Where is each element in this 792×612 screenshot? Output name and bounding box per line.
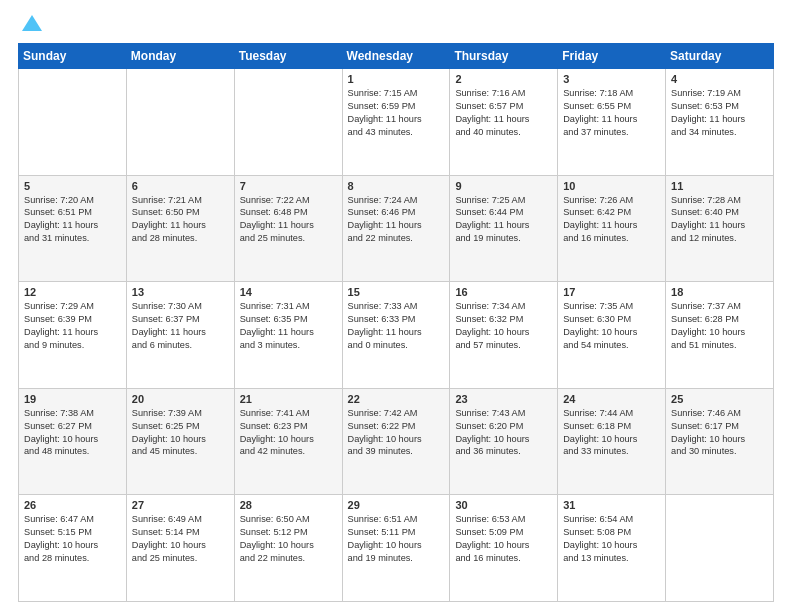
calendar-table: SundayMondayTuesdayWednesdayThursdayFrid… [18,43,774,602]
logo-triangle-icon [22,15,42,31]
day-number: 20 [132,393,229,405]
cell-daylight-info: Sunrise: 7:24 AM Sunset: 6:46 PM Dayligh… [348,194,445,246]
day-number: 12 [24,286,121,298]
day-number: 19 [24,393,121,405]
calendar-cell: 22Sunrise: 7:42 AM Sunset: 6:22 PM Dayli… [342,388,450,495]
day-number: 9 [455,180,552,192]
logo [18,15,42,33]
day-number: 21 [240,393,337,405]
day-number: 14 [240,286,337,298]
day-number: 18 [671,286,768,298]
page: SundayMondayTuesdayWednesdayThursdayFrid… [0,0,792,612]
calendar-cell [126,69,234,176]
weekday-header-monday: Monday [126,44,234,69]
weekday-header-row: SundayMondayTuesdayWednesdayThursdayFrid… [19,44,774,69]
day-number: 30 [455,499,552,511]
calendar-cell: 28Sunrise: 6:50 AM Sunset: 5:12 PM Dayli… [234,495,342,602]
cell-daylight-info: Sunrise: 7:42 AM Sunset: 6:22 PM Dayligh… [348,407,445,459]
calendar-cell: 9Sunrise: 7:25 AM Sunset: 6:44 PM Daylig… [450,175,558,282]
cell-daylight-info: Sunrise: 7:25 AM Sunset: 6:44 PM Dayligh… [455,194,552,246]
calendar-cell: 17Sunrise: 7:35 AM Sunset: 6:30 PM Dayli… [558,282,666,389]
cell-daylight-info: Sunrise: 7:34 AM Sunset: 6:32 PM Dayligh… [455,300,552,352]
day-number: 28 [240,499,337,511]
calendar-cell: 12Sunrise: 7:29 AM Sunset: 6:39 PM Dayli… [19,282,127,389]
weekday-header-wednesday: Wednesday [342,44,450,69]
week-row-4: 19Sunrise: 7:38 AM Sunset: 6:27 PM Dayli… [19,388,774,495]
day-number: 27 [132,499,229,511]
day-number: 13 [132,286,229,298]
cell-daylight-info: Sunrise: 7:46 AM Sunset: 6:17 PM Dayligh… [671,407,768,459]
calendar-cell: 6Sunrise: 7:21 AM Sunset: 6:50 PM Daylig… [126,175,234,282]
day-number: 25 [671,393,768,405]
weekday-header-sunday: Sunday [19,44,127,69]
day-number: 31 [563,499,660,511]
day-number: 16 [455,286,552,298]
cell-daylight-info: Sunrise: 6:51 AM Sunset: 5:11 PM Dayligh… [348,513,445,565]
day-number: 22 [348,393,445,405]
day-number: 5 [24,180,121,192]
calendar-cell: 21Sunrise: 7:41 AM Sunset: 6:23 PM Dayli… [234,388,342,495]
cell-daylight-info: Sunrise: 7:31 AM Sunset: 6:35 PM Dayligh… [240,300,337,352]
cell-daylight-info: Sunrise: 7:44 AM Sunset: 6:18 PM Dayligh… [563,407,660,459]
calendar-cell: 29Sunrise: 6:51 AM Sunset: 5:11 PM Dayli… [342,495,450,602]
day-number: 8 [348,180,445,192]
calendar-cell: 7Sunrise: 7:22 AM Sunset: 6:48 PM Daylig… [234,175,342,282]
week-row-1: 1Sunrise: 7:15 AM Sunset: 6:59 PM Daylig… [19,69,774,176]
calendar-cell [666,495,774,602]
cell-daylight-info: Sunrise: 7:19 AM Sunset: 6:53 PM Dayligh… [671,87,768,139]
day-number: 4 [671,73,768,85]
day-number: 26 [24,499,121,511]
cell-daylight-info: Sunrise: 6:49 AM Sunset: 5:14 PM Dayligh… [132,513,229,565]
calendar-cell: 15Sunrise: 7:33 AM Sunset: 6:33 PM Dayli… [342,282,450,389]
calendar-cell: 16Sunrise: 7:34 AM Sunset: 6:32 PM Dayli… [450,282,558,389]
calendar-cell: 14Sunrise: 7:31 AM Sunset: 6:35 PM Dayli… [234,282,342,389]
calendar-cell: 25Sunrise: 7:46 AM Sunset: 6:17 PM Dayli… [666,388,774,495]
cell-daylight-info: Sunrise: 7:39 AM Sunset: 6:25 PM Dayligh… [132,407,229,459]
calendar-cell: 4Sunrise: 7:19 AM Sunset: 6:53 PM Daylig… [666,69,774,176]
cell-daylight-info: Sunrise: 7:26 AM Sunset: 6:42 PM Dayligh… [563,194,660,246]
day-number: 29 [348,499,445,511]
cell-daylight-info: Sunrise: 7:20 AM Sunset: 6:51 PM Dayligh… [24,194,121,246]
cell-daylight-info: Sunrise: 7:22 AM Sunset: 6:48 PM Dayligh… [240,194,337,246]
weekday-header-thursday: Thursday [450,44,558,69]
calendar-cell: 30Sunrise: 6:53 AM Sunset: 5:09 PM Dayli… [450,495,558,602]
calendar-cell: 26Sunrise: 6:47 AM Sunset: 5:15 PM Dayli… [19,495,127,602]
weekday-header-friday: Friday [558,44,666,69]
day-number: 24 [563,393,660,405]
cell-daylight-info: Sunrise: 7:28 AM Sunset: 6:40 PM Dayligh… [671,194,768,246]
week-row-3: 12Sunrise: 7:29 AM Sunset: 6:39 PM Dayli… [19,282,774,389]
day-number: 3 [563,73,660,85]
calendar-cell: 1Sunrise: 7:15 AM Sunset: 6:59 PM Daylig… [342,69,450,176]
week-row-5: 26Sunrise: 6:47 AM Sunset: 5:15 PM Dayli… [19,495,774,602]
calendar-cell: 23Sunrise: 7:43 AM Sunset: 6:20 PM Dayli… [450,388,558,495]
calendar-cell: 2Sunrise: 7:16 AM Sunset: 6:57 PM Daylig… [450,69,558,176]
calendar-cell: 24Sunrise: 7:44 AM Sunset: 6:18 PM Dayli… [558,388,666,495]
week-row-2: 5Sunrise: 7:20 AM Sunset: 6:51 PM Daylig… [19,175,774,282]
calendar-cell: 18Sunrise: 7:37 AM Sunset: 6:28 PM Dayli… [666,282,774,389]
cell-daylight-info: Sunrise: 6:47 AM Sunset: 5:15 PM Dayligh… [24,513,121,565]
cell-daylight-info: Sunrise: 7:16 AM Sunset: 6:57 PM Dayligh… [455,87,552,139]
day-number: 10 [563,180,660,192]
header [18,15,774,33]
day-number: 15 [348,286,445,298]
calendar-cell: 8Sunrise: 7:24 AM Sunset: 6:46 PM Daylig… [342,175,450,282]
cell-daylight-info: Sunrise: 6:54 AM Sunset: 5:08 PM Dayligh… [563,513,660,565]
cell-daylight-info: Sunrise: 7:38 AM Sunset: 6:27 PM Dayligh… [24,407,121,459]
calendar-cell: 11Sunrise: 7:28 AM Sunset: 6:40 PM Dayli… [666,175,774,282]
calendar-cell: 19Sunrise: 7:38 AM Sunset: 6:27 PM Dayli… [19,388,127,495]
weekday-header-tuesday: Tuesday [234,44,342,69]
day-number: 6 [132,180,229,192]
calendar-cell: 10Sunrise: 7:26 AM Sunset: 6:42 PM Dayli… [558,175,666,282]
day-number: 11 [671,180,768,192]
calendar-cell [234,69,342,176]
calendar-cell: 31Sunrise: 6:54 AM Sunset: 5:08 PM Dayli… [558,495,666,602]
cell-daylight-info: Sunrise: 7:37 AM Sunset: 6:28 PM Dayligh… [671,300,768,352]
day-number: 1 [348,73,445,85]
cell-daylight-info: Sunrise: 7:18 AM Sunset: 6:55 PM Dayligh… [563,87,660,139]
calendar-cell [19,69,127,176]
day-number: 7 [240,180,337,192]
calendar-cell: 20Sunrise: 7:39 AM Sunset: 6:25 PM Dayli… [126,388,234,495]
day-number: 23 [455,393,552,405]
cell-daylight-info: Sunrise: 7:29 AM Sunset: 6:39 PM Dayligh… [24,300,121,352]
cell-daylight-info: Sunrise: 6:53 AM Sunset: 5:09 PM Dayligh… [455,513,552,565]
